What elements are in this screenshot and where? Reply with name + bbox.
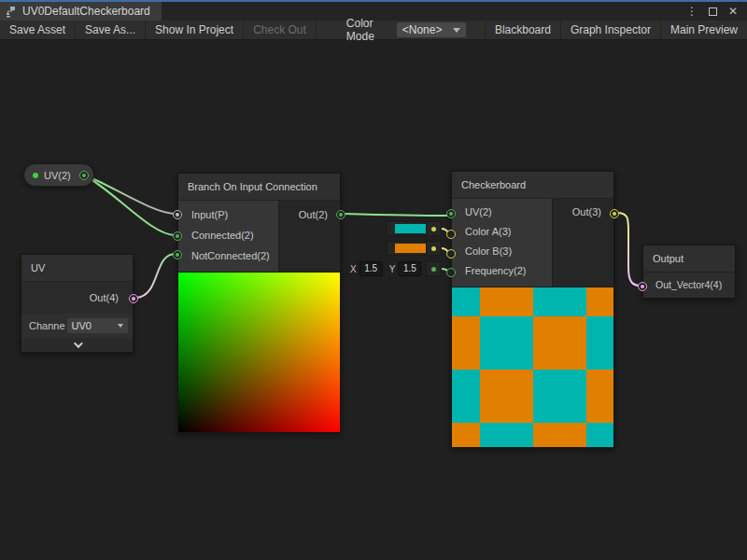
checkerboard-preview	[452, 287, 613, 447]
checkerboard-colorb-label: Color B(3)	[452, 242, 552, 261]
node-checkerboard[interactable]: Checkerboard UV(2) Color A(3) Color B(3)…	[451, 171, 614, 448]
port-output-vector4[interactable]	[638, 282, 647, 291]
port-checkerboard-frequency[interactable]	[446, 268, 456, 277]
branch-node-title: Branch On Input Connection	[178, 174, 340, 201]
branch-notconnected-label: NotConnected(2)	[178, 245, 278, 266]
checkerboard-uv-label: UV(2)	[452, 203, 552, 222]
color-a-swatch[interactable]	[387, 221, 431, 236]
port-checkerboard-out[interactable]	[610, 209, 619, 218]
checkerboard-node-title: Checkerboard	[452, 172, 613, 199]
port-branch-notconnected[interactable]	[173, 250, 182, 259]
color-b-value	[395, 244, 429, 253]
frequency-y-field[interactable]: 1.5	[398, 261, 421, 276]
checkerboard-input-ports: UV(2) Color A(3) Color B(3) Frequency(2)	[452, 199, 552, 287]
branch-output-ports: Out(2)	[278, 201, 340, 272]
port-branch-out[interactable]	[336, 210, 345, 219]
output-node-title: Output	[643, 245, 735, 273]
connector-dot	[431, 246, 436, 251]
edge-uvout4-to-notconnected[interactable]	[136, 254, 176, 298]
port-checkerboard-uv[interactable]	[446, 209, 456, 218]
uv-node-title: UV	[21, 255, 133, 282]
port-checkerboard-colora[interactable]	[446, 230, 456, 239]
edge-checkerout-to-output[interactable]	[616, 213, 641, 286]
port-branch-input[interactable]	[173, 210, 182, 219]
port-uv-out[interactable]	[129, 294, 138, 303]
color-b-connector[interactable]	[426, 241, 442, 256]
branch-input-label: Input(P)	[178, 204, 278, 225]
node-uv[interactable]: UV Out(4) Channe UV0	[21, 254, 134, 353]
edge-branchout-to-checkeruv[interactable]	[343, 214, 449, 216]
color-a-value	[395, 224, 429, 233]
node-branch-on-input-connection[interactable]: Branch On Input Connection Input(P) Conn…	[177, 173, 341, 433]
branch-input-ports: Input(P) Connected(2) NotConnected(2)	[178, 201, 278, 272]
shader-graph-window: { "window": { "tab_title": "UV0DefaultCh…	[0, 0, 747, 560]
branch-out-label: Out(2)	[279, 204, 340, 225]
exposed-property-dot	[33, 173, 38, 178]
color-a-connector[interactable]	[426, 221, 442, 236]
checkerboard-out-label: Out(3)	[553, 203, 613, 222]
edge-uvpill-to-input[interactable]	[86, 175, 176, 214]
uv-out-label: Out(4)	[21, 282, 133, 314]
uv-node-collapse-toggle[interactable]	[21, 338, 133, 352]
frequency-x-label: X	[350, 264, 357, 274]
port-checkerboard-colorb[interactable]	[446, 249, 456, 259]
uv-channel-value: UV0	[72, 320, 92, 331]
node-output[interactable]: Output Out_Vector4(4)	[642, 245, 736, 299]
node-uv2-pill[interactable]: UV(2)	[23, 163, 94, 187]
uv-pill-label: UV(2)	[44, 170, 71, 181]
checkerboard-frequency-label: Frequency(2)	[452, 261, 552, 281]
connector-dot	[431, 267, 436, 272]
output-port-label: Out_Vector4(4)	[643, 273, 735, 298]
uv-channel-label: Channe	[29, 320, 65, 331]
frequency-xy-fields: X 1.5 Y 1.5	[350, 261, 421, 276]
frequency-y-label: Y	[389, 264, 396, 274]
port-uvpill-out[interactable]	[79, 171, 89, 180]
uv-channel-dropdown[interactable]: UV0	[67, 318, 128, 333]
frequency-x-field[interactable]: 1.5	[359, 261, 383, 276]
chevron-down-icon	[74, 339, 83, 348]
checkerboard-output-ports: Out(3)	[552, 199, 613, 287]
frequency-connector[interactable]	[426, 261, 442, 276]
checkerboard-colora-label: Color A(3)	[452, 222, 552, 242]
branch-uv-gradient-preview	[178, 272, 340, 432]
color-b-swatch[interactable]	[387, 241, 431, 256]
connector-dot	[431, 227, 436, 231]
chevron-down-icon	[118, 324, 123, 328]
port-branch-connected[interactable]	[173, 231, 182, 241]
edge-uvpill-to-connected[interactable]	[86, 176, 176, 235]
branch-connected-label: Connected(2)	[178, 225, 278, 245]
